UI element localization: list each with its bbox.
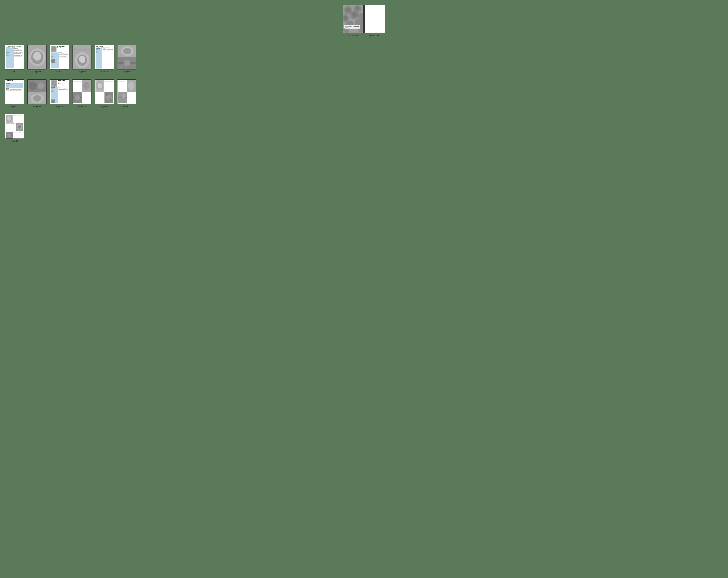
page-06-item[interactable]: Page 06 (117, 45, 136, 73)
page-11-thumb[interactable]: Lorem ipsum dolor sit amet consectetur a… (95, 79, 114, 104)
p03-left: INGREDIENTS 1 cup item2 tbsp item1/2 cup… (51, 52, 58, 68)
p05-recipe-name: RECIPE NAME (96, 46, 113, 47)
page-02-thumb[interactable] (27, 45, 47, 70)
page-04-label: Page 04 (78, 71, 86, 73)
page-04-item[interactable]: Page 04 (72, 45, 92, 73)
p09-recipe-name: RECIPE NAME (58, 80, 68, 81)
p07-directions: Lorem ipsum dolor sit amet consectetur a… (6, 89, 23, 103)
page-08-thumb[interactable] (27, 79, 47, 104)
page-13-item[interactable]: Lorem ipsum dolor sit amet consectetur a… (5, 114, 24, 142)
page-12-label: Page 12 (123, 105, 131, 107)
p13-row3: Lorem ipsum dolor sit amet consectetur a… (6, 132, 23, 139)
page-02-item[interactable]: Page 02 (27, 45, 47, 73)
p10-grid: Lorem ipsum dolor sit amet consectetur a… (73, 80, 91, 103)
page-01-thumb[interactable]: Blueberry Banana French Toast 🍳 Cooking … (5, 45, 24, 70)
svg-point-65 (18, 125, 21, 129)
page-09-thumb[interactable]: RECIPE NAME 🍳Serving Time ⏱Cook Time ING… (50, 79, 69, 104)
svg-point-42 (51, 81, 56, 86)
p09-icons: 🍳Serving Time ⏱Cook Time (58, 82, 68, 84)
svg-point-62 (7, 116, 11, 121)
svg-point-31 (123, 48, 131, 54)
page-10-item[interactable]: Lorem ipsum dolor sit amet consectetur a… (72, 79, 92, 107)
svg-point-48 (75, 95, 80, 100)
p09-ingredients: INGREDIENTS 1 cup item2 tbsp item1/2 cup… (51, 87, 58, 103)
page-06-thumb[interactable] (117, 45, 136, 70)
page-10-thumb[interactable]: Lorem ipsum dolor sit amet consectetur a… (72, 79, 92, 104)
p07-recipe-name: RECIPE NAME (6, 80, 23, 81)
front-cover-item[interactable]: My Custom Cookbook Author (343, 5, 364, 33)
page-13-thumb[interactable]: Lorem ipsum dolor sit amet consectetur a… (5, 114, 24, 139)
page-04-thumb[interactable] (72, 45, 92, 70)
p10-img1 (82, 80, 91, 91)
back-cover-item[interactable] (364, 5, 385, 33)
svg-point-68 (7, 133, 11, 137)
svg-point-59 (122, 94, 126, 98)
p05-icons: 🍳 INGREDIENTS ⏱ SERVING SIZE 🍴 COOKING T… (96, 47, 113, 48)
cover-text-box: My Custom Cookbook Author (344, 25, 360, 29)
svg-point-8 (352, 12, 357, 17)
page-row-1: Blueberry Banana French Toast 🍳 Cooking … (5, 45, 136, 73)
p01-ingredients-list: 1 cup flour2 eggs1/2 cup milk1 tsp vanil… (6, 50, 13, 56)
page-07-item[interactable]: RECIPE NAME 🍳⏱ COOK TIME TOTAL TIME INGR… (5, 79, 24, 107)
p01-meta: 🍳 Cooking Time ⏱ Serving Time (6, 47, 23, 48)
svg-point-17 (33, 52, 41, 61)
p12-text2: Lorem ipsum dolor sit amet consectetur a… (127, 92, 136, 104)
page-11-item[interactable]: Lorem ipsum dolor sit amet consectetur a… (95, 79, 114, 107)
p13-row2: Lorem ipsum dolor sit amet consectetur a… (6, 123, 23, 131)
svg-point-4 (356, 6, 360, 10)
p13-text2: Lorem ipsum dolor sit amet consectetur a… (6, 123, 16, 131)
p01-body: INGREDIENTS 1 cup flour2 eggs1/2 cup mil… (6, 48, 23, 68)
page-07-thumb[interactable]: RECIPE NAME 🍳⏱ COOK TIME TOTAL TIME INGR… (5, 79, 24, 104)
page-08-item[interactable]: Page 08 (27, 79, 47, 107)
p01-directions: DIRECTIONS Lorem ipsum dolor sit amet, c… (14, 48, 23, 68)
p12-img2 (118, 92, 127, 104)
p03-right: DIRECTIONS Lorem ipsum dolor sit amet co… (59, 52, 68, 68)
p11-text2: Lorem ipsum dolor sit amet consectetur a… (96, 92, 104, 104)
p11-text1: Lorem ipsum dolor sit amet consectetur a… (104, 80, 113, 91)
p12-img1 (127, 80, 136, 91)
page-09-item[interactable]: RECIPE NAME 🍳Serving Time ⏱Cook Time ING… (50, 79, 69, 107)
page-06-label: Page 06 (123, 71, 131, 73)
p11-img2 (104, 92, 113, 104)
back-cover-label: Back Cover (364, 34, 385, 36)
page-05-thumb[interactable]: RECIPE NAME 🍳 INGREDIENTS ⏱ SERVING SIZE… (95, 45, 114, 70)
p10-img2 (73, 92, 82, 104)
page-01-item[interactable]: Blueberry Banana French Toast 🍳 Cooking … (5, 45, 24, 73)
svg-rect-43 (51, 100, 55, 103)
page-05-label: Page 05 (101, 71, 108, 73)
p01-ingredients-title: INGREDIENTS (6, 49, 13, 50)
p11-grid: Lorem ipsum dolor sit amet consectetur a… (96, 80, 113, 103)
p10-text1: Lorem ipsum dolor sit amet consectetur a… (73, 80, 82, 91)
page-05-item[interactable]: RECIPE NAME 🍳 INGREDIENTS ⏱ SERVING SIZE… (95, 45, 114, 73)
p05-right: DIRECTIONS Lorem ipsum dolor sit amet co… (103, 48, 113, 69)
page-12-thumb[interactable]: Lorem ipsum dolor sit amet consectetur a… (117, 79, 136, 104)
back-cover-thumb[interactable] (364, 5, 385, 33)
p13-img1 (6, 115, 13, 123)
page-03-label: Page 03 (55, 71, 63, 73)
svg-point-2 (345, 7, 350, 12)
p13-text1: Lorem ipsum dolor sit amet consectetur a… (13, 115, 23, 123)
svg-point-45 (83, 82, 89, 90)
page-03-item[interactable]: RECIPE NAME 🍳SERVE ⏱COOK TIME INGREDIENT… (50, 45, 69, 73)
p12-text1: Lorem ipsum dolor sit amet consectetur a… (118, 80, 127, 91)
cover-author: Author (345, 27, 359, 28)
svg-point-21 (51, 46, 56, 52)
page-12-item[interactable]: Lorem ipsum dolor sit amet consectetur a… (117, 79, 136, 107)
p07-icons: 🍳⏱ COOK TIME TOTAL TIME (6, 82, 23, 82)
page-03-thumb[interactable]: RECIPE NAME 🍳SERVE ⏱COOK TIME INGREDIENT… (50, 45, 69, 70)
svg-point-56 (128, 82, 134, 90)
svg-point-9 (358, 14, 364, 19)
p10-text2: Lorem ipsum dolor sit amet consectetur a… (82, 92, 91, 104)
p01-title: Blueberry Banana French Toast (6, 46, 23, 47)
p13-img2 (16, 123, 23, 131)
p05-body: INGREDIENTS 1 cup item2 tbsp item1/2 cup… (96, 48, 113, 69)
front-cover-thumb[interactable]: My Custom Cookbook Author (343, 5, 364, 33)
page-row-3: Lorem ipsum dolor sit amet consectetur a… (5, 114, 24, 142)
front-cover-label: Front Cover (343, 34, 364, 36)
p03-body: INGREDIENTS 1 cup item2 tbsp item1/2 cup… (51, 52, 68, 68)
p03-recipe-name: RECIPE NAME (57, 46, 68, 47)
cover-labels: Front Cover Back Cover (343, 34, 385, 36)
p03-header: RECIPE NAME 🍳SERVE ⏱COOK TIME (51, 46, 68, 52)
svg-point-34 (124, 60, 130, 66)
page-11-label: Page 11 (101, 105, 108, 107)
